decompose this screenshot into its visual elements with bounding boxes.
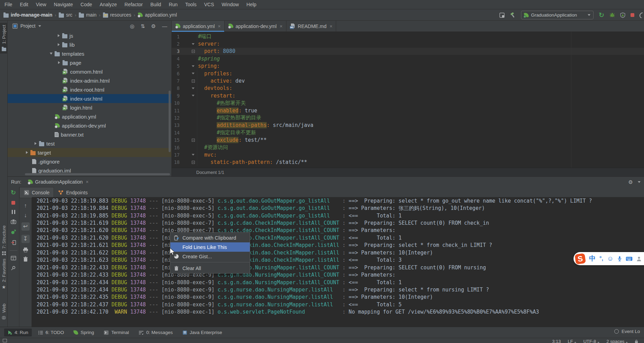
chevron-expanded-icon[interactable] bbox=[48, 53, 55, 55]
context-menu-item-create-gist-[interactable]: Create Gist... bbox=[170, 252, 250, 261]
tree-item-application.yml[interactable]: application.yml bbox=[8, 112, 171, 121]
editor-tab-application.yml[interactable]: application.yml× bbox=[172, 21, 225, 31]
fold-marker-icon[interactable] bbox=[189, 151, 197, 158]
toolwindow-button-6-todo[interactable]: 6: TODO bbox=[35, 328, 68, 336]
tree-vertical-scrollbar[interactable] bbox=[169, 91, 171, 152]
tree-item-lib[interactable]: lib bbox=[8, 40, 171, 49]
indent-select[interactable]: 2 spaces bbox=[606, 339, 628, 343]
pin-tab-icon[interactable] bbox=[11, 266, 16, 271]
run-with-coverage-icon[interactable] bbox=[620, 12, 625, 18]
toolwindow-button-spring[interactable]: Spring bbox=[70, 328, 97, 336]
menu-code[interactable]: Code bbox=[77, 0, 96, 9]
menu-tools[interactable]: Tools bbox=[181, 0, 200, 9]
tree-item-js[interactable]: js bbox=[8, 31, 171, 40]
fold-marker-icon[interactable] bbox=[189, 63, 197, 70]
keyboard-icon[interactable] bbox=[626, 257, 633, 261]
fold-marker-icon[interactable] bbox=[189, 159, 197, 166]
sogou-logo[interactable]: S bbox=[575, 253, 586, 265]
clear-console-trash-icon[interactable] bbox=[23, 257, 28, 262]
fold-marker-icon[interactable] bbox=[189, 136, 197, 143]
exit-icon[interactable] bbox=[11, 240, 16, 245]
scroll-to-end-icon[interactable]: ↧ bbox=[21, 235, 30, 243]
run-tab-endpoints[interactable]: Endpoints bbox=[54, 187, 92, 198]
toolwindow-button-0-messages[interactable]: 0: Messages bbox=[135, 328, 176, 336]
encoding-select[interactable]: UTF-8 bbox=[583, 339, 599, 343]
close-icon[interactable]: × bbox=[280, 24, 283, 29]
tree-item-target[interactable]: target bbox=[8, 148, 171, 157]
breadcrumb-item-src[interactable]: src bbox=[59, 12, 73, 18]
tree-item-templates[interactable]: templates bbox=[8, 49, 171, 58]
context-menu-item-fold-lines-like-this[interactable]: Fold Lines Like This bbox=[170, 242, 250, 252]
tree-item-test[interactable]: test bbox=[8, 139, 171, 148]
editor-tab-application-dev.yml[interactable]: application-dev.yml× bbox=[225, 21, 286, 31]
menu-refactor[interactable]: Refactor bbox=[121, 0, 146, 9]
chevron-collapsed-icon[interactable] bbox=[55, 34, 62, 37]
menu-file[interactable]: File bbox=[1, 0, 16, 9]
caret-position[interactable]: 3:13 bbox=[552, 339, 561, 343]
build-hammer-icon[interactable] bbox=[510, 12, 516, 18]
search-everywhere-icon[interactable] bbox=[640, 12, 643, 18]
project-view-select[interactable]: Project bbox=[12, 23, 41, 29]
print-icon[interactable] bbox=[23, 247, 28, 252]
chevron-collapsed-icon[interactable] bbox=[32, 142, 39, 145]
menu-build[interactable]: Build bbox=[146, 0, 165, 9]
user-profile-icon[interactable] bbox=[636, 256, 642, 261]
sidebar-item-project[interactable]: 1: Project bbox=[0, 23, 8, 54]
restore-layout-icon[interactable] bbox=[11, 256, 16, 260]
fold-marker-icon[interactable] bbox=[189, 40, 197, 47]
close-icon[interactable]: × bbox=[330, 24, 332, 29]
gear-icon[interactable]: ⚙ bbox=[151, 24, 156, 29]
tree-item-application-dev.yml[interactable]: application-dev.yml bbox=[8, 121, 171, 130]
fold-marker-icon[interactable] bbox=[189, 92, 197, 99]
close-icon[interactable]: × bbox=[86, 179, 88, 185]
breadcrumb-item-resources[interactable]: resources bbox=[103, 12, 131, 18]
fold-marker-icon[interactable] bbox=[189, 85, 197, 92]
menu-edit[interactable]: Edit bbox=[16, 0, 32, 9]
sidebar-item-favorites[interactable]: 2: Favorites ★ bbox=[0, 259, 8, 289]
locate-file-icon[interactable]: ◎ bbox=[130, 24, 134, 29]
tool-windows-icon[interactable] bbox=[499, 12, 505, 18]
tree-item-page[interactable]: page bbox=[8, 58, 171, 67]
pause-output-icon[interactable] bbox=[12, 210, 15, 214]
line-ending-select[interactable]: LF bbox=[568, 339, 576, 343]
attach-debugger-icon[interactable] bbox=[11, 229, 16, 235]
sidebar-item-structure[interactable]: 7: Structure bbox=[0, 225, 8, 256]
microphone-icon[interactable] bbox=[617, 256, 622, 262]
menu-run[interactable]: Run bbox=[165, 0, 181, 9]
tree-item-banner.txt[interactable]: banner.txt bbox=[8, 130, 171, 139]
breadcrumb-item-main[interactable]: main bbox=[79, 12, 96, 18]
run-tab-console[interactable]: Console bbox=[19, 187, 54, 198]
toolwindow-button-4-run[interactable]: 4: Run bbox=[4, 328, 32, 336]
editor-body[interactable]: 1#端口2server:3 port: 80804#spring5spring:… bbox=[172, 32, 644, 168]
stop-icon[interactable] bbox=[631, 13, 634, 17]
tree-item-index-usr.html[interactable]: index-usr.html bbox=[8, 94, 171, 103]
tree-item-.gitignore[interactable]: .gitignore bbox=[8, 157, 171, 166]
run-configuration-select[interactable]: GraduationApplication bbox=[521, 11, 594, 19]
menu-window[interactable]: Window bbox=[218, 0, 243, 9]
context-menu-item-clear-all[interactable]: Clear All bbox=[170, 263, 250, 273]
toolwindow-button-java-enterprise[interactable]: Java Enterprise bbox=[179, 328, 226, 336]
tree-item-index-root.html[interactable]: index-root.html bbox=[8, 85, 171, 94]
console-output[interactable]: 2021-09-03 22:18:19.883 DEBUG 13748 --- … bbox=[32, 197, 644, 327]
stop-icon[interactable] bbox=[11, 201, 15, 205]
rerun-icon[interactable]: ↻ bbox=[599, 12, 604, 18]
hide-chevron-icon[interactable] bbox=[638, 181, 641, 183]
event-log-button[interactable]: Event Lo bbox=[614, 329, 644, 334]
emoji-icon[interactable]: ☺ bbox=[607, 255, 614, 262]
toolwindow-button-terminal[interactable]: Terminal bbox=[100, 328, 132, 336]
tree-item-login.html[interactable]: login.html bbox=[8, 103, 171, 112]
menu-help[interactable]: Help bbox=[243, 0, 260, 9]
menu-vcs[interactable]: VCS bbox=[200, 0, 218, 9]
run-configuration-tab[interactable]: GraduationApplication × bbox=[28, 179, 89, 185]
context-menu-item-compare-with-clipboard[interactable]: Compare with Clipboard bbox=[170, 233, 250, 242]
soft-wrap-icon[interactable]: ↩ bbox=[21, 222, 30, 231]
menu-analyze[interactable]: Analyze bbox=[96, 0, 121, 9]
ime-punctuation-mode[interactable]: °, bbox=[599, 256, 603, 262]
menu-view[interactable]: View bbox=[32, 0, 50, 9]
breadcrumb-item-info-manage-main[interactable]: info-manage-main bbox=[3, 12, 53, 18]
lock-icon[interactable] bbox=[635, 340, 638, 343]
gear-icon[interactable]: ⚙ bbox=[628, 179, 633, 185]
hide-panel-icon[interactable]: — bbox=[162, 24, 167, 29]
debug-bug-icon[interactable] bbox=[609, 12, 615, 18]
rerun-icon[interactable]: ↻ bbox=[11, 189, 16, 196]
